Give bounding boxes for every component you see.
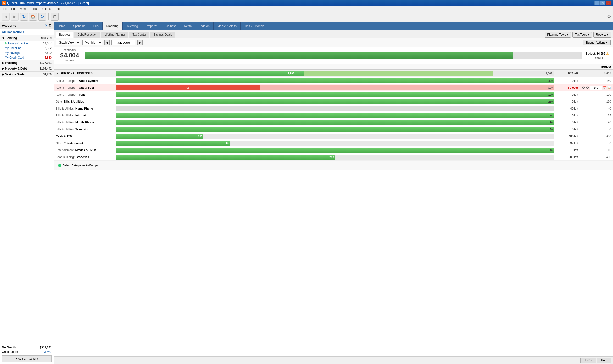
tab-tips-tutorials[interactable]: Tips & Tutorials <box>241 22 268 30</box>
menu-file[interactable]: File <box>1 7 9 11</box>
refresh-button[interactable]: ↻ <box>20 13 28 21</box>
bar-fill <box>116 127 554 132</box>
tab-addon[interactable]: Add-on <box>196 22 214 30</box>
progress-section <box>85 52 582 59</box>
budget-television: 150 <box>580 126 613 133</box>
next-period-button[interactable]: ▶ <box>137 40 143 45</box>
budget-amount: $4,665 <box>597 52 605 55</box>
tab-bills[interactable]: Bills <box>90 22 103 30</box>
menu-tools[interactable]: Tools <box>28 7 39 11</box>
account-my-checking[interactable]: My Checking 2,832 <box>0 46 53 51</box>
subtab-lifetime-planner[interactable]: Lifetime Planner <box>101 32 129 38</box>
content-area: Home Spending Bills Planning Investing P… <box>54 22 613 364</box>
main-progress-fill <box>85 52 512 59</box>
summary-bar: SPENDING $4,004 Jul 2016 Budget: $4,665 … <box>54 47 613 64</box>
bar-outer: 120 <box>116 134 554 139</box>
subtab-budgets[interactable]: Budgets <box>56 32 73 38</box>
tab-investing[interactable]: Investing <box>122 22 142 30</box>
subtab-debt-reduction[interactable]: Debt Reduction <box>74 32 101 38</box>
home-button[interactable]: 🏠 <box>29 13 37 21</box>
tab-planning[interactable]: Planning <box>103 22 123 30</box>
my-savings-name: My Savings <box>5 51 20 54</box>
row-home-phone: Bills & Utilities: Home Phone 40 left 40 <box>54 105 613 112</box>
spending-amount: $4,004 <box>58 52 81 59</box>
budget-actions-button[interactable]: Budget Actions ▾ <box>583 40 611 45</box>
budget-mobile-phone: 90 <box>580 119 613 126</box>
select-categories-bar[interactable]: ⊕ Select Categories to Budget <box>54 161 613 170</box>
calendar-icon[interactable]: 📅 <box>603 86 607 90</box>
tab-home[interactable]: Home <box>54 22 69 30</box>
planning-tools-button[interactable]: Planning Tools ▾ <box>545 32 571 38</box>
forward-button[interactable]: ▶ <box>11 13 19 21</box>
apps-button[interactable]: ⊞ <box>51 13 59 21</box>
all-transactions-link[interactable]: All Transactions <box>0 29 53 35</box>
left-amount: $661 LEFT <box>586 56 609 60</box>
investing-label: ▶ Investing <box>2 61 17 65</box>
help-button[interactable]: Help <box>597 358 611 363</box>
sync-check-icon: ↻ <box>5 42 7 45</box>
row-auto-payment: Auto & Transport: Auto Payment 450 0 lef… <box>54 78 613 84</box>
savings-group: ▶ Savings Goals $4,750 <box>0 72 53 77</box>
warning-icon: ⚠ <box>606 52 609 55</box>
status-other-entertainment: 37 left <box>556 140 580 147</box>
sidebar-header: Accounts ↻ ⚙ <box>0 22 53 29</box>
bar-fill <box>116 99 554 104</box>
subtab-savings-goals[interactable]: Savings Goals <box>150 32 175 38</box>
subtab-tax-center[interactable]: Tax Center <box>129 32 149 38</box>
tab-business[interactable]: Business <box>161 22 180 30</box>
group-budget-val: 2,007 <box>546 72 552 75</box>
sidebar-settings-icon[interactable]: ⚙ <box>49 24 52 27</box>
menu-view[interactable]: View <box>18 7 28 11</box>
credit-score-link[interactable]: View... <box>43 350 52 353</box>
to-do-button[interactable]: To Do <box>580 358 596 363</box>
bar-outer-over: 50 150 <box>116 85 554 90</box>
bar-outer: 200 <box>116 155 554 159</box>
close-button[interactable]: ✕ <box>606 1 611 5</box>
spending-period: Jul 2016 <box>58 59 81 62</box>
back-button[interactable]: ◀ <box>2 13 10 21</box>
chart-icon[interactable]: 📊 <box>608 86 611 90</box>
tab-spending[interactable]: Spending <box>69 22 90 30</box>
budget-actions-label: Budget Actions ▾ <box>586 41 608 44</box>
status-tolls: 0 left <box>556 91 580 98</box>
group-bar-cell: 1,996 2,007 <box>114 70 556 78</box>
tax-tools-button[interactable]: Tax Tools ▾ <box>572 32 592 38</box>
cat-mobile-phone: Bills & Utilities: Mobile Phone <box>54 119 114 126</box>
investing-group-header[interactable]: ▶ Investing $177,931 <box>0 60 53 66</box>
bar-gas-fuel: 50 150 <box>114 84 556 91</box>
savings-group-header[interactable]: ▶ Savings Goals $4,750 <box>0 72 53 77</box>
tab-property[interactable]: Property <box>142 22 160 30</box>
period-select[interactable]: Monthly Quarterly Annual <box>82 40 102 45</box>
minimize-button[interactable]: ─ <box>594 1 600 5</box>
group-chevron[interactable]: ▼ <box>56 72 59 75</box>
bar-fill: 120 <box>116 134 203 139</box>
account-my-savings[interactable]: My Savings 12,600 <box>0 51 53 55</box>
sidebar-refresh-icon[interactable]: ↻ <box>44 24 47 27</box>
savings-label: ▶ Savings Goals <box>2 73 25 76</box>
tab-rental[interactable]: Rental <box>180 22 197 30</box>
main-progress-bar <box>85 52 582 59</box>
maximize-button[interactable]: □ <box>600 1 605 5</box>
budget-input[interactable] <box>590 86 602 90</box>
menu-reports[interactable]: Reports <box>39 7 53 11</box>
row-television: Bills & Utilities: Television 150 0 left… <box>54 126 613 133</box>
menu-edit[interactable]: Edit <box>9 7 18 11</box>
prev-period-button[interactable]: ◀ <box>104 40 110 45</box>
property-group-header[interactable]: ▶ Property & Debt $105,441 <box>0 66 53 72</box>
view-select[interactable]: Graph View Annual View <box>56 40 80 45</box>
account-family-checking[interactable]: ↻ Family Checking 19,657 <box>0 41 53 46</box>
account-credit-card[interactable]: My Credit Card -4,880 <box>0 55 53 60</box>
banking-label: ▼ Banking <box>2 36 17 40</box>
menu-help[interactable]: Help <box>53 7 62 11</box>
bar-fill <box>116 92 554 97</box>
manage-icon[interactable]: ⚙ <box>582 86 585 90</box>
settings-icon[interactable]: ⚙ <box>607 14 611 19</box>
sync-button[interactable]: ↻ <box>38 13 46 21</box>
add-account-button[interactable]: + Add an Account <box>2 355 52 362</box>
tab-mobile-alerts[interactable]: Mobile & Alerts <box>214 22 241 30</box>
cat-groceries: Food & Dining: Groceries <box>54 154 114 161</box>
settings-row-icon[interactable]: ⚙ <box>586 86 589 90</box>
banking-group-header[interactable]: ▼ Banking $30,209 <box>0 35 53 41</box>
reports-button[interactable]: Reports ▾ <box>593 32 611 38</box>
bar-val: 450 <box>548 79 553 82</box>
